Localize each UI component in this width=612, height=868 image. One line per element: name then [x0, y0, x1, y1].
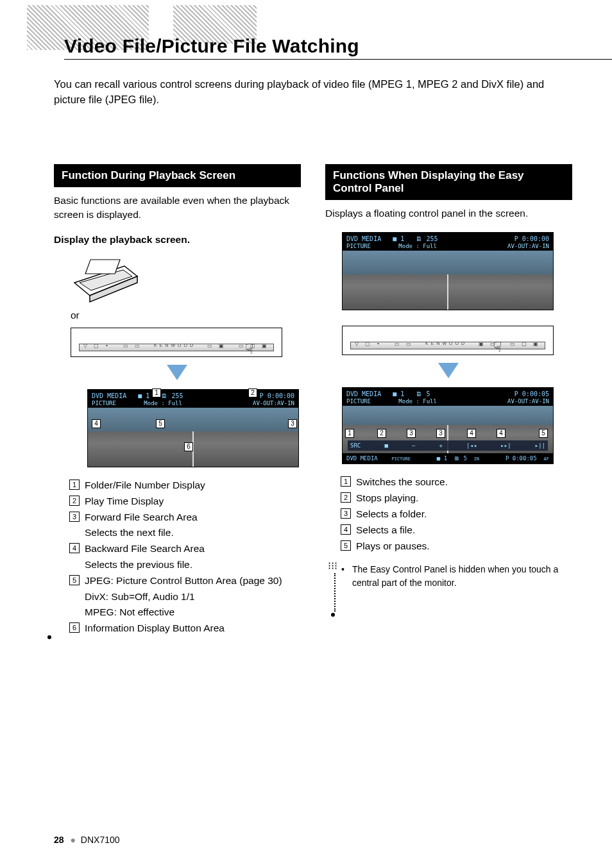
- legend-row: 3Selects a folder.: [341, 506, 572, 522]
- screen-picture-tag: PICTURE: [346, 243, 371, 249]
- screen-folder-no: 1: [146, 392, 149, 399]
- screen-avout: AV-OUT:AV-IN: [507, 398, 549, 405]
- footer: 28 ● DNX7100: [54, 835, 120, 845]
- legend-row: 6Information Display Button Area: [69, 621, 301, 637]
- section-bar-playback: Function During Playback Screen: [54, 164, 301, 187]
- legend-sub: Selects the previous file.: [85, 557, 301, 573]
- screen-play-time: P 0:00:00: [514, 235, 549, 243]
- legend-text: Backward File Search Area: [85, 541, 205, 557]
- screen-video-area: [343, 251, 553, 310]
- note-block: ⁝⁝⁝ • The Easy Control Panel is hidden w…: [328, 560, 572, 617]
- legend-num: 2: [69, 496, 80, 506]
- legend-text: Play Time Display: [85, 494, 164, 510]
- screen-folder-no: 1: [400, 390, 404, 397]
- screen-mode: Mode : Full: [398, 398, 437, 405]
- easy-btn-playpause[interactable]: ▸||: [535, 442, 545, 449]
- easybar-af: AF: [544, 456, 549, 462]
- page-number: 28: [54, 835, 64, 845]
- panel-glyph-row: ▽ ▢ ∘▭ ▭KENWOOD▭ ▣▭ ▢ ▣: [83, 343, 269, 349]
- easy-btn-folder-minus[interactable]: –: [412, 442, 415, 449]
- intro-text: You can recall various control screens d…: [54, 77, 561, 108]
- section-bar-easy: Functions When Displaying the Easy Contr…: [325, 164, 572, 200]
- easy-screen-bottom: DVD MEDIA ■ 1 🗎 5 P 0:00:05 PICTURE Mode…: [342, 387, 554, 454]
- legend-row: 4Selects a file.: [341, 522, 572, 538]
- front-panel-bar: ▽ ▢ ∘▭ ▭KENWOOD▣ ▭▭ ▢ ▣ ☟: [342, 326, 554, 355]
- front-panel-figure: ▽ ▢ ∘▭ ▭KENWOOD▭ ▣▭ ▢ ▣ ☟ DVD MEDIA ■ 1 …: [71, 328, 301, 467]
- legend-text: Plays or pauses.: [356, 538, 430, 555]
- left-column: Function During Playback Screen Basic fu…: [54, 164, 301, 637]
- or-text: or: [71, 310, 301, 321]
- page-title: Video File/Picture File Watching: [64, 35, 359, 57]
- note-end-dot: [331, 613, 335, 617]
- easy-btn-next[interactable]: ▸▸|: [500, 442, 511, 449]
- easy-control-strip: SRC ■ – + |◂◂ ▸▸| ▸||: [348, 440, 548, 451]
- legend-num: 4: [69, 543, 80, 553]
- legend-row: 3Forward File Search Area: [69, 510, 301, 526]
- screen-folder-no: 1: [400, 235, 404, 242]
- legend-text: Selects a file.: [356, 522, 415, 538]
- note-icon: ⁝⁝⁝: [328, 560, 337, 572]
- screen-picture-tag: PICTURE: [346, 398, 371, 405]
- title-underline: [64, 59, 612, 60]
- legend-row: 2Stops playing.: [341, 490, 572, 506]
- note-text: The Easy Control Panel is hidden when yo…: [352, 563, 572, 589]
- screen-picture-tag: PICTURE: [92, 400, 116, 406]
- easy-status-bar: DVD MEDIA PICTURE ■ 1 🗎 5 IN P 0:00:05 A…: [342, 453, 554, 464]
- easy-btn-stop[interactable]: ■: [384, 442, 387, 449]
- easybar-in: IN: [474, 456, 479, 462]
- legend-text: JPEG: Picture Control Button Area (page …: [85, 573, 282, 589]
- legend-num: 3: [341, 508, 351, 519]
- screen-mode: Mode : Full: [398, 243, 437, 249]
- legend-sub: DivX: Sub=Off, Audio 1/1: [85, 589, 301, 605]
- right-column: Functions When Displaying the Easy Contr…: [325, 164, 572, 637]
- legend-row: 1Folder/File Number Display: [69, 478, 301, 494]
- legend-num: 1: [69, 480, 80, 490]
- legend-num: 4: [341, 524, 351, 535]
- easybar-source: DVD MEDIA: [346, 455, 378, 462]
- legend-row: 1Switches the source.: [341, 474, 572, 490]
- screen-source: DVD MEDIA: [346, 235, 381, 242]
- easybar-time: P 0:00:05: [506, 455, 537, 462]
- model-name: DNX7100: [81, 835, 120, 845]
- screen-source: DVD MEDIA: [346, 390, 381, 397]
- svg-rect-3: [85, 260, 120, 274]
- legend-text: Switches the source.: [356, 474, 448, 490]
- page: Video File/Picture File Watching You can…: [0, 0, 612, 868]
- legend-text: Stops playing.: [356, 490, 418, 506]
- monitor-icon: [71, 255, 141, 305]
- legend-row: 2Play Time Display: [69, 494, 301, 510]
- arrow-down-icon: [438, 363, 459, 378]
- left-legend: 1Folder/File Number Display 2Play Time D…: [69, 478, 301, 637]
- arrow-down-icon: [167, 365, 187, 380]
- legend-num: 6: [69, 622, 80, 633]
- easy-btn-prev[interactable]: |◂◂: [466, 442, 477, 449]
- legend-text: Information Display Button Area: [85, 621, 225, 637]
- footer-dot-icon: ●: [70, 835, 75, 845]
- screen-play-time: P 0:00:00: [260, 392, 294, 400]
- legend-sub: MPEG: Not effective: [85, 605, 301, 621]
- legend-row: 4Backward File Search Area: [69, 541, 301, 557]
- legend-sub: Selects the next file.: [85, 525, 301, 541]
- screen-video-area: [88, 408, 298, 467]
- screen-file-no: 255: [426, 235, 438, 242]
- easybar-picture-tag: PICTURE: [391, 456, 411, 462]
- legend-text: Forward File Search Area: [85, 510, 198, 526]
- legend-text: Selects a folder.: [356, 506, 427, 522]
- section-end-dot: [47, 635, 51, 639]
- legend-num: 5: [69, 575, 80, 585]
- legend-num: 1: [341, 476, 351, 487]
- legend-num: 3: [69, 512, 80, 522]
- easy-btn-folder-plus[interactable]: +: [439, 442, 442, 449]
- screen-avout: AV-OUT:AV-IN: [253, 400, 294, 406]
- front-panel-bar: ▽ ▢ ∘▭ ▭KENWOOD▭ ▣▭ ▢ ▣ ☟: [71, 328, 282, 357]
- screen-avout: AV-OUT:AV-IN: [507, 243, 549, 249]
- easybar-folder: 1: [444, 455, 447, 462]
- bullet-icon: •: [341, 563, 344, 576]
- screen-play-time: P 0:00:05: [514, 390, 549, 398]
- right-legend: 1Switches the source. 2Stops playing. 3S…: [341, 474, 572, 554]
- screen-source: DVD MEDIA: [92, 392, 126, 399]
- legend-num: 5: [341, 540, 351, 551]
- easy-btn-src[interactable]: SRC: [350, 442, 361, 449]
- monitor-illustration: [71, 255, 301, 305]
- legend-num: 2: [341, 492, 351, 503]
